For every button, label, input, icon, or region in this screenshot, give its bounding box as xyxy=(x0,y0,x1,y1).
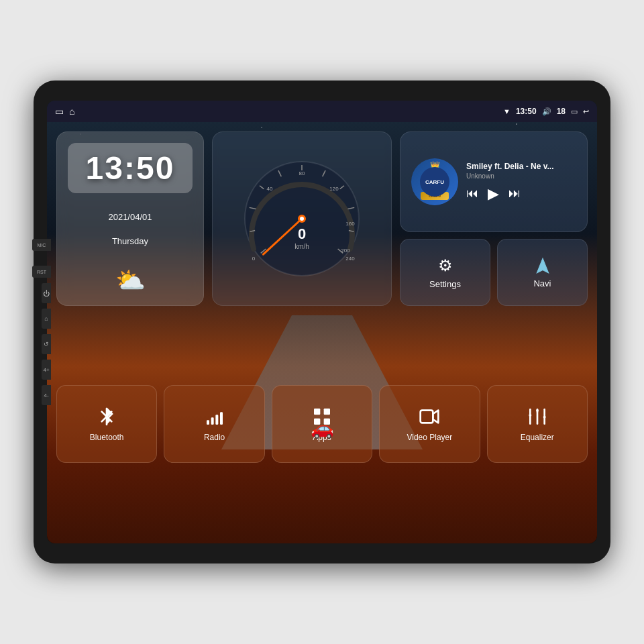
mic-label: MIC xyxy=(32,239,51,251)
video-button[interactable]: Video Player xyxy=(379,385,480,463)
music-title: Smiley ft. Delia - Ne v... xyxy=(466,162,576,171)
svg-text:0: 0 xyxy=(298,225,306,242)
wifi-icon: ▼ xyxy=(503,107,511,115)
rst-button[interactable]: RST xyxy=(32,266,51,278)
svg-rect-24 xyxy=(207,420,209,425)
prev-button[interactable]: ⏮ xyxy=(466,186,478,201)
right-panel: 👑 CARFU CARFU Smiley xyxy=(400,131,588,306)
svg-text:120: 120 xyxy=(329,186,339,192)
bluetooth-label: Bluetooth xyxy=(90,433,124,442)
svg-point-38 xyxy=(536,409,539,412)
svg-rect-26 xyxy=(215,415,218,425)
music-info: Smiley ft. Delia - Ne v... Unknown ⏮ ▶ ⏭ xyxy=(466,162,576,203)
clock-time-text: 13:50 xyxy=(80,150,180,186)
status-left: ▭ ⌂ xyxy=(55,106,74,117)
svg-text:40: 40 xyxy=(267,186,273,192)
svg-rect-25 xyxy=(211,417,213,425)
svg-text:80: 80 xyxy=(299,170,305,176)
settings-icon: ⚙ xyxy=(438,256,453,275)
svg-text:160: 160 xyxy=(345,221,355,227)
music-artist: Unknown xyxy=(466,172,576,180)
top-row: 13:50 2021/04/01 Thursday ⛅ xyxy=(56,131,588,306)
clock-time-display: 13:50 xyxy=(68,143,193,193)
svg-text:0: 0 xyxy=(252,256,256,262)
screen: 🚗 ▭ ⌂ ▼ 13:50 🔊 18 ▭ ↩ xyxy=(47,101,597,543)
next-button[interactable]: ⏭ xyxy=(508,186,521,201)
equalizer-label: Equalizer xyxy=(521,433,554,442)
carfu-logo-text: CARFU xyxy=(425,179,444,185)
mic-text: MIC xyxy=(38,243,46,248)
video-label: Video Player xyxy=(407,433,452,442)
svg-point-35 xyxy=(529,414,531,417)
home-button[interactable]: ⌂ xyxy=(42,309,51,329)
svg-point-41 xyxy=(543,416,545,419)
speedometer-svg: 0 40 80 120 160 200 240 xyxy=(235,152,369,286)
back-icon[interactable]: ↩ xyxy=(583,107,589,116)
play-button[interactable]: ▶ xyxy=(488,185,499,203)
car-unit: MIC RST ⏻ ⌂ ↺ 4+ 4- 🚗 xyxy=(34,80,610,564)
svg-point-21 xyxy=(300,217,304,221)
battery-icon: ▭ xyxy=(571,107,578,116)
svg-text:240: 240 xyxy=(345,256,355,262)
svg-rect-27 xyxy=(220,412,223,425)
quick-actions: ⚙ Settings Navi xyxy=(400,239,588,306)
status-bar: ▭ ⌂ ▼ 13:50 🔊 18 ▭ ↩ xyxy=(47,101,597,122)
home-status-icon: ⌂ xyxy=(69,106,74,117)
volume-level: 18 xyxy=(557,107,566,116)
window-icon: ▭ xyxy=(55,106,64,117)
equalizer-icon xyxy=(527,406,548,427)
music-logo: 👑 CARFU CARFU xyxy=(411,158,458,205)
content-grid: 13:50 2021/04/01 Thursday ⛅ xyxy=(47,122,597,543)
weather-icon: ⛅ xyxy=(115,266,146,294)
main-screen: 🚗 ▭ ⌂ ▼ 13:50 🔊 18 ▭ ↩ xyxy=(47,101,597,543)
video-icon xyxy=(419,406,440,427)
radio-button[interactable]: Radio xyxy=(164,385,264,463)
bluetooth-button[interactable]: Bluetooth xyxy=(56,385,157,463)
car-icon: 🚗 xyxy=(311,417,334,439)
clock-date: 2021/04/01 xyxy=(108,212,152,222)
navi-icon xyxy=(534,257,551,274)
navi-label: Navi xyxy=(533,278,551,288)
vol-up-button[interactable]: 4+ xyxy=(42,360,51,380)
clock-day: Thursday xyxy=(112,236,148,246)
back-button[interactable]: ↺ xyxy=(42,334,51,354)
speedometer-widget: 0 40 80 120 160 200 240 xyxy=(212,131,392,306)
volume-icon: 🔊 xyxy=(542,107,551,116)
clock-widget: 13:50 2021/04/01 Thursday ⛅ xyxy=(56,131,204,306)
vol-down-button[interactable]: 4- xyxy=(42,385,51,405)
music-controls: ⏮ ▶ ⏭ xyxy=(466,185,576,203)
status-time: 13:50 xyxy=(516,107,537,116)
svg-rect-32 xyxy=(421,411,433,423)
bluetooth-icon xyxy=(96,406,117,427)
equalizer-button[interactable]: Equalizer xyxy=(487,385,588,463)
settings-label: Settings xyxy=(429,279,461,289)
navi-button[interactable]: Navi xyxy=(497,239,588,306)
radio-icon xyxy=(204,406,225,427)
svg-text:km/h: km/h xyxy=(294,243,309,250)
settings-button[interactable]: ⚙ Settings xyxy=(400,239,490,306)
side-buttons: MIC RST ⏻ ⌂ ↺ 4+ 4- xyxy=(32,239,51,405)
radio-label: Radio xyxy=(204,433,225,442)
status-right: ▼ 13:50 🔊 18 ▭ ↩ xyxy=(503,107,589,116)
svg-rect-29 xyxy=(324,409,330,415)
music-widget[interactable]: 👑 CARFU CARFU Smiley xyxy=(400,131,588,232)
power-button[interactable]: ⏻ xyxy=(42,283,51,303)
svg-rect-28 xyxy=(314,409,320,415)
